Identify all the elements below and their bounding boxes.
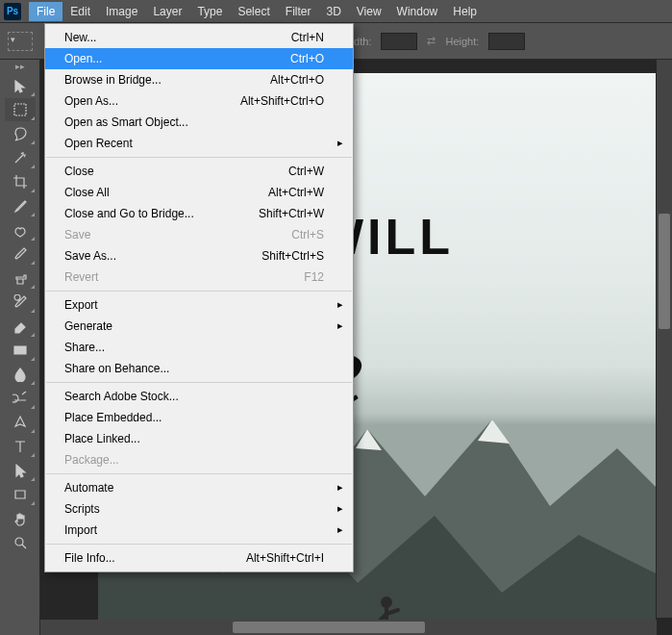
menu-type[interactable]: Type: [189, 2, 230, 21]
menubar: Ps FileEditImageLayerTypeSelectFilter3DV…: [0, 0, 672, 23]
menu-item-open[interactable]: Open...Ctrl+O: [45, 48, 353, 69]
rectangular-marquee-tool[interactable]: [5, 98, 36, 121]
zoom-tool[interactable]: [5, 531, 36, 554]
history-brush-tool[interactable]: [5, 291, 36, 314]
menu-item-open-as[interactable]: Open As...Alt+Shift+Ctrl+O: [45, 90, 353, 112]
brush-tool[interactable]: [5, 242, 36, 266]
menu-item-close[interactable]: CloseCtrl+W: [45, 161, 353, 182]
menu-item-import[interactable]: Import: [45, 520, 353, 541]
lasso-tool[interactable]: [5, 122, 36, 145]
hand-tool[interactable]: [5, 507, 36, 530]
height-label: Height:: [445, 36, 479, 47]
menu-3d[interactable]: 3D: [318, 2, 348, 21]
menu-separator: [46, 291, 352, 292]
menu-item-close-all[interactable]: Close AllAlt+Ctrl+W: [45, 182, 353, 203]
crop-tool[interactable]: [5, 170, 36, 193]
menu-help[interactable]: Help: [445, 2, 485, 21]
menu-item-open-as-smart-object[interactable]: Open as Smart Object...: [45, 112, 353, 133]
scrollbar-thumb[interactable]: [659, 214, 670, 329]
file-menu-dropdown: New...Ctrl+NOpen...Ctrl+OBrowse in Bridg…: [44, 23, 354, 572]
height-field: [488, 33, 525, 50]
menu-item-new[interactable]: New...Ctrl+N: [45, 27, 353, 48]
menu-item-export[interactable]: Export: [45, 294, 353, 316]
menu-item-generate[interactable]: Generate: [45, 316, 353, 337]
menu-select[interactable]: Select: [230, 2, 277, 21]
menu-item-search-adobe-stock[interactable]: Search Adobe Stock...: [45, 386, 353, 407]
menu-view[interactable]: View: [349, 2, 389, 21]
menu-item-open-recent[interactable]: Open Recent: [45, 133, 353, 154]
menu-item-save: SaveCtrl+S: [45, 224, 353, 245]
tools-panel: ▸▸: [0, 60, 40, 635]
menu-item-save-as[interactable]: Save As...Shift+Ctrl+S: [45, 245, 353, 267]
menu-separator: [46, 544, 352, 545]
eyedropper-tool[interactable]: [5, 194, 36, 217]
clone-stamp-tool[interactable]: [5, 267, 36, 290]
gradient-tool[interactable]: [5, 339, 36, 362]
app-logo: Ps: [4, 3, 21, 20]
tool-preset-picker[interactable]: [8, 32, 33, 51]
menu-item-share[interactable]: Share...: [45, 337, 353, 358]
menu-edit[interactable]: Edit: [62, 2, 98, 21]
rectangle-tool[interactable]: [5, 483, 36, 506]
width-field: [381, 33, 417, 50]
menu-separator: [46, 473, 352, 474]
dodge-tool[interactable]: [5, 387, 36, 410]
menu-item-browse-in-bridge[interactable]: Browse in Bridge...Alt+Ctrl+O: [45, 69, 353, 90]
menu-image[interactable]: Image: [98, 2, 145, 21]
menu-item-automate[interactable]: Automate: [45, 477, 353, 498]
menu-item-package: Package...: [45, 449, 353, 470]
vertical-scrollbar[interactable]: [657, 60, 672, 618]
menu-layer[interactable]: Layer: [145, 2, 189, 21]
menu-item-scripts[interactable]: Scripts: [45, 498, 353, 520]
menu-item-place-embedded[interactable]: Place Embedded...: [45, 407, 353, 428]
menu-item-share-on-behance[interactable]: Share on Behance...: [45, 358, 353, 379]
toolbar-toggle-icon[interactable]: ▸▸: [0, 60, 39, 73]
healing-brush-tool[interactable]: [5, 218, 36, 241]
menu-separator: [46, 157, 352, 158]
scrollbar-thumb[interactable]: [233, 622, 425, 633]
magic-wand-tool[interactable]: [5, 146, 36, 169]
menu-file[interactable]: File: [29, 2, 62, 21]
menu-item-revert: RevertF12: [45, 267, 353, 288]
swap-icon: ⇄: [427, 35, 436, 47]
menu-filter[interactable]: Filter: [278, 2, 319, 21]
blur-tool[interactable]: [5, 363, 36, 386]
menu-item-close-and-go-to-bridge[interactable]: Close and Go to Bridge...Shift+Ctrl+W: [45, 203, 353, 224]
eraser-tool[interactable]: [5, 315, 36, 338]
move-tool[interactable]: [5, 74, 36, 97]
type-tool[interactable]: [5, 435, 36, 458]
menu-window[interactable]: Window: [389, 2, 446, 21]
menu-separator: [46, 382, 352, 383]
pen-tool[interactable]: [5, 411, 36, 434]
horizontal-scrollbar[interactable]: [40, 620, 657, 635]
menu-item-place-linked[interactable]: Place Linked...: [45, 428, 353, 449]
path-selection-tool[interactable]: [5, 459, 36, 482]
menu-item-file-info[interactable]: File Info...Alt+Shift+Ctrl+I: [45, 547, 353, 569]
